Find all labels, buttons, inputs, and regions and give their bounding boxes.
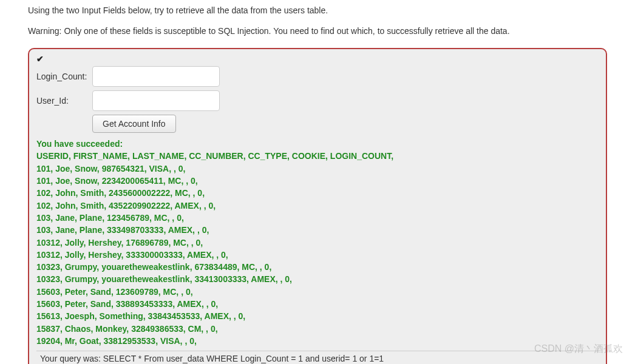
login-count-row: Login_Count: — [36, 66, 599, 87]
success-message: You have succeeded: — [36, 138, 599, 150]
user-id-row: User_Id: — [36, 90, 599, 111]
user-id-input[interactable] — [92, 90, 220, 111]
attack-panel: ✔ Login_Count: User_Id: Get Account Info… — [28, 48, 607, 364]
login-count-label: Login_Count: — [36, 72, 92, 81]
get-account-info-button[interactable]: Get Account Info — [92, 115, 176, 133]
result-row: 15603, Peter, Sand, 338893453333, AMEX, … — [36, 298, 599, 310]
result-row: 19204, Mr, Goat, 33812953533, VISA, , 0, — [36, 335, 599, 347]
results-block: You have succeeded: USERID, FIRST_NAME, … — [36, 138, 599, 347]
result-row: 102, John, Smith, 4352209902222, AMEX, ,… — [36, 200, 599, 212]
result-columns: USERID, FIRST_NAME, LAST_NAME, CC_NUMBER… — [36, 150, 599, 162]
user-id-label: User_Id: — [36, 96, 92, 106]
result-row: 10312, Jolly, Hershey, 176896789, MC, , … — [36, 237, 599, 249]
login-count-input[interactable] — [92, 66, 220, 87]
result-row: 15837, Chaos, Monkey, 32849386533, CM, ,… — [36, 323, 599, 335]
result-rows: 101, Joe, Snow, 987654321, VISA, , 0,101… — [36, 163, 599, 347]
check-icon: ✔ — [36, 54, 44, 64]
instruction-text: Using the two Input Fields below, try to… — [28, 5, 607, 17]
result-row: 15603, Peter, Sand, 123609789, MC, , 0, — [36, 286, 599, 298]
result-row: 101, Joe, Snow, 987654321, VISA, , 0, — [36, 163, 599, 175]
result-row: 101, Joe, Snow, 2234200065411, MC, , 0, — [36, 175, 599, 187]
query-display: Your query was: SELECT * From user_data … — [36, 351, 599, 364]
result-row: 103, Jane, Plane, 123456789, MC, , 0, — [36, 212, 599, 224]
result-row: 10312, Jolly, Hershey, 333300003333, AME… — [36, 249, 599, 261]
warning-text: Warning: Only one of these fields is sus… — [28, 25, 607, 38]
result-row: 10323, Grumpy, youaretheweakestlink, 673… — [36, 261, 599, 273]
result-row: 102, John, Smith, 2435600002222, MC, , 0… — [36, 187, 599, 199]
result-row: 10323, Grumpy, youaretheweakestlink, 334… — [36, 273, 599, 285]
result-row: 103, Jane, Plane, 333498703333, AMEX, , … — [36, 224, 599, 236]
result-row: 15613, Joesph, Something, 33843453533, A… — [36, 310, 599, 322]
